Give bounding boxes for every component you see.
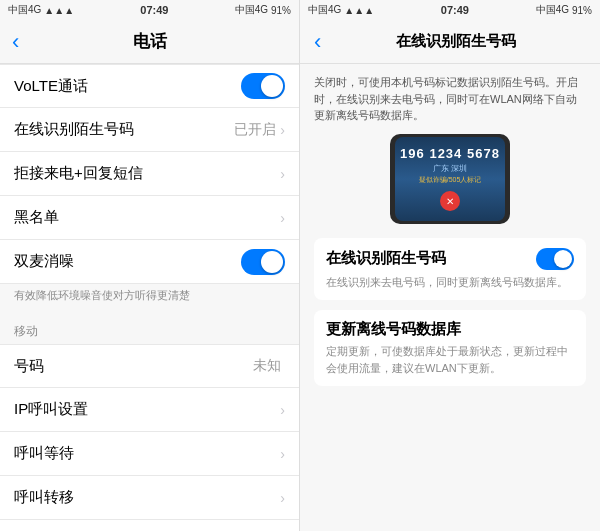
feature2-title: 更新离线号码数据库 xyxy=(326,320,461,339)
feature2-section: 更新离线号码数据库 定期更新，可使数据库处于最新状态，更新过程中会使用流量，建议… xyxy=(314,310,586,386)
cell-online-id-value: 已开启 xyxy=(234,121,276,139)
cell-online-id-title: 在线识别陌生号码 xyxy=(14,120,234,139)
left-nav-bar: ‹ 电话 xyxy=(0,20,299,64)
cell-volte[interactable]: VoLTE通话 xyxy=(0,64,299,108)
cell-dualmike-title: 双麦消噪 xyxy=(14,252,241,271)
cell-call-wait-arrow: › xyxy=(280,446,285,462)
cell-number-value: 未知 xyxy=(253,357,281,375)
cell-blacklist[interactable]: 黑名单 › xyxy=(0,196,299,240)
feature1-section: 在线识别陌生号码 在线识别来去电号码，同时更新离线号码数据库。 xyxy=(314,238,586,301)
cell-reject[interactable]: 拒接来电+回复短信 › xyxy=(0,152,299,196)
cell-reject-arrow: › xyxy=(280,166,285,182)
left-time: 07:49 xyxy=(140,4,168,16)
left-carrier: 中国4G xyxy=(8,3,41,17)
left-status-bar: 中国4G ▲▲▲ 07:49 中国4G 91% xyxy=(0,0,299,20)
dualmike-toggle-knob xyxy=(261,251,283,273)
right-signal: ▲▲▲ xyxy=(344,5,374,16)
cell-ip-call[interactable]: IP呼叫设置 › xyxy=(0,388,299,432)
phone-screen: 196 1234 5678 广东 深圳 疑似诈骗/505人标记 ✕ xyxy=(395,137,505,221)
cell-call-wait-title: 呼叫等待 xyxy=(14,444,280,463)
phone-btn-row: ✕ xyxy=(440,191,460,211)
left-status-right: 中国4G 91% xyxy=(235,3,291,17)
cell-call-forward-title: 呼叫转移 xyxy=(14,488,280,507)
right-carrier-right: 中国4G xyxy=(536,3,569,17)
feature1-title: 在线识别陌生号码 xyxy=(326,249,446,268)
right-carrier: 中国4G xyxy=(308,3,341,17)
section-main: VoLTE通话 在线识别陌生号码 已开启 › 拒接来电+回复短信 › 黑名单 › xyxy=(0,64,299,311)
right-status-right: 中国4G 91% xyxy=(536,3,592,17)
left-nav-title: 电话 xyxy=(133,30,167,53)
cell-number-title: 号码 xyxy=(14,357,253,376)
cell-ip-call-arrow: › xyxy=(280,402,285,418)
cell-ip-call-title: IP呼叫设置 xyxy=(14,400,280,419)
right-panel: 中国4G ▲▲▲ 07:49 中国4G 91% ‹ 在线识别陌生号码 关闭时，可… xyxy=(300,0,600,531)
left-back-button[interactable]: ‹ xyxy=(12,29,19,55)
feature1-toggle-knob xyxy=(554,250,572,268)
right-description: 关闭时，可使用本机号码标记数据识别陌生号码。开启时，在线识别来去电号码，同时可在… xyxy=(314,74,586,124)
dualmike-toggle[interactable] xyxy=(241,249,285,275)
cell-number[interactable]: 号码 未知 xyxy=(0,344,299,388)
left-battery: 91% xyxy=(271,5,291,16)
right-content: 关闭时，可使用本机号码标记数据识别陌生号码。开启时，在线识别来去电号码，同时可在… xyxy=(300,64,600,531)
right-time: 07:49 xyxy=(441,4,469,16)
left-signal: ▲▲▲ xyxy=(44,5,74,16)
left-settings-list: VoLTE通话 在线识别陌生号码 已开启 › 拒接来电+回复短信 › 黑名单 › xyxy=(0,64,299,531)
cell-blacklist-title: 黑名单 xyxy=(14,208,280,227)
right-battery: 91% xyxy=(572,5,592,16)
left-status-left: 中国4G ▲▲▲ xyxy=(8,3,74,17)
dualmike-sub-text: 有效降低环境噪音使对方听得更清楚 xyxy=(0,284,299,311)
feature2-title-row: 更新离线号码数据库 xyxy=(326,320,574,339)
right-back-button[interactable]: ‹ xyxy=(314,29,321,55)
feature1-title-row: 在线识别陌生号码 xyxy=(326,248,574,270)
cell-call-forward[interactable]: 呼叫转移 › xyxy=(0,476,299,520)
feature2-desc: 定期更新，可使数据库处于最新状态，更新过程中会使用流量，建议在WLAN下更新。 xyxy=(326,343,574,376)
phone-reject-btn[interactable]: ✕ xyxy=(440,191,460,211)
phone-number-display: 196 1234 5678 xyxy=(400,146,500,161)
phone-tag: 疑似诈骗/505人标记 xyxy=(419,175,482,185)
cell-online-id[interactable]: 在线识别陌生号码 已开启 › xyxy=(0,108,299,152)
left-panel: 中国4G ▲▲▲ 07:49 中国4G 91% ‹ 电话 VoLTE通话 在线识… xyxy=(0,0,300,531)
feature1-desc: 在线识别来去电号码，同时更新离线号码数据库。 xyxy=(326,274,574,291)
phone-preview-container: 196 1234 5678 广东 深圳 疑似诈骗/505人标记 ✕ xyxy=(314,134,586,224)
cell-volte-title: VoLTE通话 xyxy=(14,77,241,96)
cell-call-forward-arrow: › xyxy=(280,490,285,506)
feature1-toggle[interactable] xyxy=(536,248,574,270)
cell-online-id-arrow: › xyxy=(280,122,285,138)
cell-reject-title: 拒接来电+回复短信 xyxy=(14,164,280,183)
volte-toggle-knob xyxy=(261,75,283,97)
section-mobile-label: 移动 xyxy=(0,311,299,344)
phone-location: 广东 深圳 xyxy=(433,163,467,174)
cell-dualmike[interactable]: 双麦消噪 xyxy=(0,240,299,284)
volte-toggle[interactable] xyxy=(241,73,285,99)
cell-blacklist-arrow: › xyxy=(280,210,285,226)
phone-mockup: 196 1234 5678 广东 深圳 疑似诈骗/505人标记 ✕ xyxy=(390,134,510,224)
cell-call-wait[interactable]: 呼叫等待 › xyxy=(0,432,299,476)
right-status-left: 中国4G ▲▲▲ xyxy=(308,3,374,17)
right-nav-bar: ‹ 在线识别陌生号码 xyxy=(300,20,600,64)
left-carrier-right: 中国4G xyxy=(235,3,268,17)
right-nav-title: 在线识别陌生号码 xyxy=(325,32,586,51)
right-status-bar: 中国4G ▲▲▲ 07:49 中国4G 91% xyxy=(300,0,600,20)
section-mobile: 移动 号码 未知 IP呼叫设置 › 呼叫等待 › 呼叫转移 › xyxy=(0,311,299,531)
cell-call-restrict[interactable]: 呼叫限制 › xyxy=(0,520,299,531)
